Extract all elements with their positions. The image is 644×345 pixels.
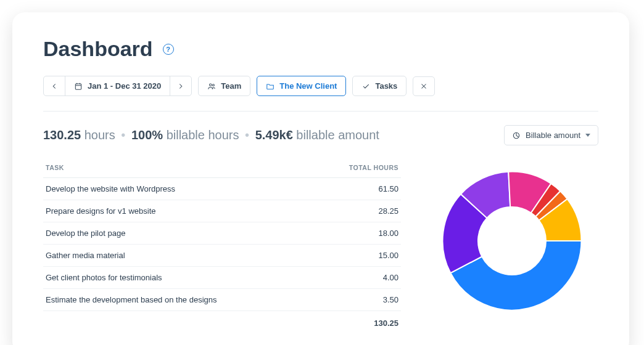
date-range-group: Jan 1 - Dec 31 2020 bbox=[43, 76, 192, 96]
summary-billable-amount-label: billable amount bbox=[296, 128, 379, 142]
chart-metric-dropdown[interactable]: Billable amount bbox=[504, 125, 598, 145]
summary-text: 130.25 hours • 100% billable hours • 5.4… bbox=[43, 128, 379, 142]
hours-cell: 3.50 bbox=[316, 289, 401, 311]
content-row: TASK TOTAL HOURS Develop the website wit… bbox=[43, 158, 598, 335]
col-task: TASK bbox=[43, 158, 316, 178]
summary-billable-pct: 100% bbox=[131, 128, 163, 142]
task-cell: Prepare designs for v1 website bbox=[43, 200, 316, 222]
hours-cell: 28.25 bbox=[316, 200, 401, 222]
dashboard-card: Dashboard ? Jan 1 - Dec 31 2020 Team The… bbox=[12, 12, 629, 345]
task-cell: Get client photos for testimonials bbox=[43, 267, 316, 289]
table-row[interactable]: Gather media material15.00 bbox=[43, 245, 401, 267]
calendar-icon bbox=[74, 82, 83, 91]
filters-bar: Jan 1 - Dec 31 2020 Team The New Client … bbox=[43, 76, 598, 112]
team-filter-button[interactable]: Team bbox=[198, 76, 250, 96]
task-cell: Develop the website with Wordpress bbox=[43, 178, 316, 200]
svg-point-2 bbox=[213, 84, 215, 86]
pie-chart-icon bbox=[512, 131, 521, 140]
table-header-row: TASK TOTAL HOURS bbox=[43, 158, 401, 178]
svg-point-1 bbox=[210, 83, 212, 86]
team-icon bbox=[207, 82, 216, 91]
hours-cell: 18.00 bbox=[316, 222, 401, 245]
help-icon[interactable]: ? bbox=[163, 44, 174, 55]
date-range-button[interactable]: Jan 1 - Dec 31 2020 bbox=[65, 76, 170, 96]
tasks-filter-label: Tasks bbox=[375, 81, 397, 91]
task-table-wrap: TASK TOTAL HOURS Develop the website wit… bbox=[43, 158, 401, 335]
folder-icon bbox=[266, 82, 275, 91]
clear-filters-button[interactable] bbox=[413, 76, 435, 96]
task-cell: Gather media material bbox=[43, 245, 316, 267]
client-filter-button[interactable]: The New Client bbox=[257, 76, 346, 96]
table-row[interactable]: Get client photos for testimonials4.00 bbox=[43, 267, 401, 289]
client-filter-label: The New Client bbox=[279, 81, 337, 91]
hours-cell: 15.00 bbox=[316, 245, 401, 267]
table-row[interactable]: Develop the pilot page18.00 bbox=[43, 222, 401, 245]
summary-hours-label: hours bbox=[85, 128, 115, 142]
page-title: Dashboard bbox=[43, 37, 153, 61]
summary-row: 130.25 hours • 100% billable hours • 5.4… bbox=[43, 125, 598, 145]
close-icon bbox=[419, 82, 428, 91]
table-total-row: 130.25 bbox=[43, 311, 401, 336]
donut-chart-wrap bbox=[426, 158, 598, 318]
task-table: TASK TOTAL HOURS Develop the website wit… bbox=[43, 158, 401, 335]
summary-billable-hours-label: billable hours bbox=[167, 128, 239, 142]
task-cell: Estimate the development based on the de… bbox=[43, 289, 316, 311]
table-row[interactable]: Prepare designs for v1 website28.25 bbox=[43, 200, 401, 222]
separator-dot: • bbox=[245, 128, 249, 142]
next-period-button[interactable] bbox=[170, 76, 192, 96]
chevron-down-icon bbox=[585, 134, 590, 137]
table-row[interactable]: Develop the website with Wordpress61.50 bbox=[43, 178, 401, 200]
hours-cell: 4.00 bbox=[316, 267, 401, 289]
svg-rect-0 bbox=[75, 83, 81, 89]
date-range-label: Jan 1 - Dec 31 2020 bbox=[88, 81, 161, 91]
team-filter-label: Team bbox=[221, 81, 241, 91]
table-total: 130.25 bbox=[43, 311, 401, 336]
task-cell: Develop the pilot page bbox=[43, 222, 316, 245]
check-icon bbox=[361, 82, 370, 91]
arrow-right-icon bbox=[176, 82, 185, 91]
col-hours: TOTAL HOURS bbox=[316, 158, 401, 178]
chart-metric-label: Billable amount bbox=[526, 131, 580, 140]
tasks-filter-button[interactable]: Tasks bbox=[352, 76, 407, 96]
separator-dot: • bbox=[121, 128, 125, 142]
arrow-left-icon bbox=[50, 82, 59, 91]
summary-hours-value: 130.25 bbox=[43, 128, 81, 142]
summary-billable-amount: 5.49k€ bbox=[255, 128, 293, 142]
hours-cell: 61.50 bbox=[316, 178, 401, 200]
donut-chart bbox=[435, 164, 589, 318]
table-row[interactable]: Estimate the development based on the de… bbox=[43, 289, 401, 311]
prev-period-button[interactable] bbox=[43, 76, 65, 96]
header: Dashboard ? bbox=[43, 37, 598, 61]
